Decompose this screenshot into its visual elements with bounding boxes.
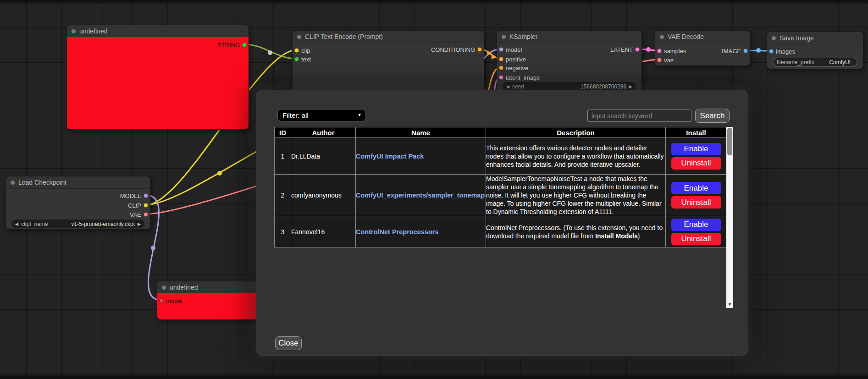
node-header[interactable]: CLIP Text Encode (Prompt) — [293, 31, 484, 43]
slot-label: negative — [506, 65, 528, 71]
output-slot-conditioning[interactable]: CONDITIONING — [431, 45, 484, 54]
output-slot-image[interactable]: IMAGE — [722, 47, 750, 55]
node-header[interactable]: KSampler — [497, 31, 641, 43]
clip-input-dot[interactable] — [294, 48, 299, 53]
enable-button[interactable]: Enable — [671, 182, 721, 194]
node-vae-decode[interactable]: VAE Decode samples vae IMAGE — [655, 30, 750, 66]
col-header-name: Name — [356, 127, 486, 138]
string-output-dot[interactable] — [242, 43, 247, 47]
latent-image-input-dot[interactable] — [499, 75, 503, 80]
slot-label: model — [506, 46, 522, 53]
output-slot-clip[interactable]: CLIP — [128, 201, 150, 209]
input-slot-negative[interactable]: negative — [497, 64, 528, 72]
link-dot-clip — [217, 171, 222, 176]
slot-label: clip — [301, 47, 310, 54]
next-arrow-icon[interactable]: ▶ — [138, 222, 141, 226]
output-slot-string[interactable]: STRING — [217, 41, 249, 49]
node-load-checkpoint[interactable]: Load Checkpoint MODEL CLIP VAE ◀ ckpt_na… — [6, 176, 150, 230]
positive-input-dot[interactable] — [499, 57, 503, 61]
link-dot-image — [756, 48, 761, 53]
node-save-image[interactable]: Save Image images filename_prefix ComfyU… — [767, 32, 863, 69]
node-clip-text-encode[interactable]: CLIP Text Encode (Prompt) clip text COND… — [292, 30, 484, 94]
slot-label: LATENT — [610, 46, 633, 53]
cell-id: 3 — [275, 216, 291, 247]
uninstall-button[interactable]: Uninstall — [671, 233, 721, 245]
node-undefined-string[interactable]: undefined STRING — [66, 25, 249, 130]
output-slot-model[interactable]: MODEL — [120, 192, 150, 200]
input-slot-samples[interactable]: samples — [655, 47, 686, 55]
col-header-author: Author — [291, 127, 356, 138]
input-slot-model[interactable]: model — [497, 45, 522, 54]
input-slot-model[interactable]: model — [157, 297, 182, 305]
collapse-dot[interactable] — [11, 181, 15, 185]
images-input-dot[interactable] — [769, 49, 774, 54]
model-input-dot[interactable] — [499, 47, 503, 52]
enable-button[interactable]: Enable — [671, 143, 721, 155]
model-input-dot[interactable] — [159, 298, 164, 303]
input-slot-images[interactable]: images — [767, 47, 795, 55]
node-ksampler[interactable]: KSampler model positive negative latent_… — [497, 30, 642, 94]
samples-input-dot[interactable] — [657, 49, 662, 53]
search-button[interactable]: Search — [695, 109, 730, 123]
node-title: CLIP Text Encode (Prompt) — [305, 33, 383, 40]
increment-arrow-icon[interactable]: ▶ — [629, 84, 632, 89]
ckpt-name-widget[interactable]: ◀ ckpt_name v1-5-pruned-emaonly.ckpt ▶ — [11, 220, 144, 228]
scrollbar-thumb[interactable] — [727, 128, 732, 155]
input-slot-vae[interactable]: vae — [655, 56, 674, 64]
image-output-dot[interactable] — [743, 49, 748, 53]
node-header[interactable]: Load Checkpoint — [6, 176, 150, 189]
text-input-dot[interactable] — [294, 57, 299, 61]
cell-author: Fannovel16 — [291, 216, 356, 247]
negative-input-dot[interactable] — [499, 66, 503, 70]
collapse-dot[interactable] — [660, 35, 664, 39]
enable-button[interactable]: Enable — [671, 219, 721, 231]
input-slot-clip[interactable]: clip — [293, 46, 310, 55]
node-title: undefined — [170, 284, 198, 291]
input-slot-text[interactable]: text — [293, 55, 311, 63]
slot-label: MODEL — [120, 192, 141, 199]
input-slot-latent-image[interactable]: latent_image — [497, 73, 540, 82]
input-slot-positive[interactable]: positive — [497, 55, 526, 63]
conditioning-output-dot[interactable] — [477, 47, 482, 52]
collapse-dot[interactable] — [297, 35, 301, 39]
widget-name: seed — [512, 83, 524, 90]
node-header[interactable]: Save Image — [767, 32, 863, 44]
widget-value: v1-5-pruned-emaonly.ckpt — [72, 221, 135, 227]
widget-name: ckpt_name — [21, 221, 48, 227]
graph-canvas[interactable]: undefined STRING CLIP Text Encode (Promp… — [0, 0, 868, 379]
node-header[interactable]: VAE Decode — [655, 31, 750, 43]
col-header-description: Description — [486, 127, 666, 138]
latent-output-dot[interactable] — [635, 47, 640, 52]
uninstall-button[interactable]: Uninstall — [671, 157, 721, 170]
cell-description: ControlNet Preprocessors. (To use this e… — [486, 216, 666, 247]
filter-select[interactable]: Filter: all — [277, 109, 366, 121]
clip-output-dot[interactable] — [144, 203, 148, 208]
model-output-dot[interactable] — [144, 193, 148, 198]
decrement-arrow-icon[interactable]: ◀ — [506, 84, 509, 89]
output-slot-vae[interactable]: VAE — [130, 210, 150, 219]
node-header[interactable]: undefined — [67, 25, 249, 38]
table-scrollbar[interactable]: ▼ — [726, 127, 733, 308]
collapse-dot[interactable] — [772, 36, 776, 40]
manager-dialog: Filter: all ▼ Search ID Author Name Desc… — [256, 90, 748, 356]
uninstall-button[interactable]: Uninstall — [671, 196, 721, 209]
filename-prefix-widget[interactable]: filename_prefix ComfyUI — [773, 58, 857, 66]
cell-id: 1 — [275, 138, 291, 175]
close-button[interactable]: Close — [275, 336, 302, 350]
search-input[interactable] — [587, 110, 691, 122]
extension-link[interactable]: ComfyUI_experiments/sampler_tonemap — [356, 192, 485, 199]
collapse-dot[interactable] — [162, 286, 166, 290]
vae-output-dot[interactable] — [144, 212, 148, 217]
node-title: undefined — [79, 27, 108, 35]
prev-arrow-icon[interactable]: ◀ — [15, 222, 18, 226]
collapse-dot[interactable] — [502, 35, 506, 39]
filter-select-wrap: Filter: all ▼ — [277, 109, 366, 121]
col-header-install: Install — [666, 127, 727, 138]
collapse-dot[interactable] — [72, 29, 76, 33]
scrollbar-down-arrow-icon[interactable]: ▼ — [728, 302, 732, 307]
extension-link[interactable]: ComfyUI Impact Pack — [356, 153, 424, 160]
vae-input-dot[interactable] — [657, 58, 662, 62]
extension-link[interactable]: ControlNet Preprocessors — [356, 228, 439, 236]
output-slot-latent[interactable]: LATENT — [610, 45, 641, 54]
link-dot-string — [268, 50, 272, 55]
